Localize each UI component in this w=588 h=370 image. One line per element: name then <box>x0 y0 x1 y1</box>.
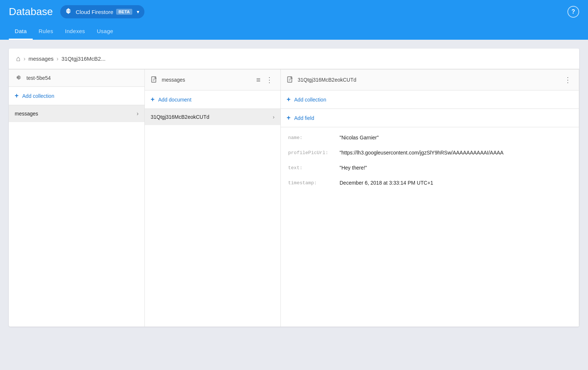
col3-header: 31Qtgj316McB2eokCUTd ⋮ <box>281 70 579 90</box>
filter-icon[interactable]: ≡ <box>255 74 262 86</box>
col-documents: messages ≡ ⋮ + Add document 31Qtgj316McB… <box>145 70 281 327</box>
add-icon-1: + <box>15 92 19 100</box>
col2-actions: ≡ ⋮ <box>255 74 275 86</box>
tab-indexes[interactable]: Indexes <box>59 24 91 40</box>
messages-collection-item[interactable]: messages › <box>9 105 144 122</box>
firestore-badge[interactable]: Cloud Firestore BETA ▾ <box>60 5 144 18</box>
field-profilepicurl-value: "https://lh3.googleusercontent.com/jgzSl… <box>340 149 503 157</box>
field-text-key: text: <box>288 164 340 172</box>
home-icon[interactable]: ⌂ <box>16 54 21 63</box>
more-options-icon-2[interactable]: ⋮ <box>264 74 275 86</box>
col-collections: test-5be54 + Add collection messages › <box>9 70 145 327</box>
breadcrumb-doc-id[interactable]: 31Qtgj316McB2... <box>61 56 105 62</box>
field-profilepicurl-key: profilePicUrl: <box>288 149 340 157</box>
col1-header: test-5be54 <box>9 70 144 87</box>
add-collection-button-1[interactable]: + Add collection <box>9 87 144 105</box>
chevron-right-icon-2: › <box>273 114 275 120</box>
col2-header: messages ≡ ⋮ <box>145 70 280 90</box>
breadcrumb-sep-1: › <box>24 56 25 62</box>
tab-data[interactable]: Data <box>9 24 33 40</box>
add-document-button[interactable]: + Add document <box>145 90 280 109</box>
add-icon-2: + <box>151 96 155 103</box>
document-col-icon <box>151 76 158 83</box>
columns: test-5be54 + Add collection messages › <box>9 69 579 327</box>
col2-title: messages <box>162 77 251 83</box>
add-field-icon: + <box>287 114 291 122</box>
chevron-right-icon-1: › <box>137 110 139 117</box>
col1-title: test-5be54 <box>26 75 139 81</box>
col-doc-fields: 31Qtgj316McB2eokCUTd ⋮ + Add collection … <box>281 70 579 327</box>
tab-usage[interactable]: Usage <box>91 24 119 40</box>
add-collection-button-3[interactable]: + Add collection <box>281 90 579 109</box>
col3-actions: ⋮ <box>563 74 573 86</box>
add-collection-label-3: Add collection <box>294 97 326 103</box>
nav-tabs: Data Rules Indexes Usage <box>0 24 588 40</box>
field-text-value: "Hey there!" <box>340 164 367 172</box>
help-icon[interactable]: ? <box>567 6 579 18</box>
firestore-dropdown-icon[interactable]: ▾ <box>137 9 139 15</box>
field-name-key: name: <box>288 134 340 142</box>
header: Database Cloud Firestore BETA ▾ ? <box>0 0 588 24</box>
add-field-label: Add field <box>294 115 314 121</box>
firestore-logo-icon <box>64 7 73 16</box>
col3-title: 31Qtgj316McB2eokCUTd <box>298 77 559 83</box>
field-profilepicurl: profilePicUrl: "https://lh3.googleuserco… <box>281 145 579 160</box>
field-timestamp-value: December 6, 2018 at 3:33:14 PM UTC+1 <box>340 179 433 187</box>
doc-field-col-icon <box>287 76 294 83</box>
doc-id-label: 31Qtgj316McB2eokCUTd <box>151 114 209 120</box>
tab-rules[interactable]: Rules <box>33 24 59 40</box>
add-icon-3: + <box>287 96 291 103</box>
breadcrumb-sep-2: › <box>57 56 58 62</box>
more-options-icon-3[interactable]: ⋮ <box>563 74 573 86</box>
breadcrumb-messages[interactable]: messages <box>28 56 53 62</box>
main-content: ⌂ › messages › 31Qtgj316McB2... <box>0 40 588 369</box>
firestore-label: Cloud Firestore <box>76 9 114 15</box>
field-timestamp-key: timestamp: <box>288 179 340 187</box>
field-timestamp: timestamp: December 6, 2018 at 3:33:14 P… <box>281 175 579 191</box>
breadcrumb: ⌂ › messages › 31Qtgj316McB2... <box>9 49 579 69</box>
add-field-button[interactable]: + Add field <box>281 109 579 127</box>
database-panel: ⌂ › messages › 31Qtgj316McB2... <box>9 49 579 327</box>
document-item[interactable]: 31Qtgj316McB2eokCUTd › <box>145 109 280 125</box>
field-name: name: "Nicolas Garnier" <box>281 130 579 145</box>
field-text: text: "Hey there!" <box>281 160 579 175</box>
add-collection-label-1: Add collection <box>22 93 54 99</box>
field-name-value: "Nicolas Garnier" <box>340 134 379 142</box>
beta-badge: BETA <box>116 9 132 15</box>
app-title: Database <box>9 6 53 18</box>
messages-label: messages <box>15 111 38 117</box>
add-document-label: Add document <box>158 97 191 103</box>
firestore-col-icon <box>15 74 23 82</box>
